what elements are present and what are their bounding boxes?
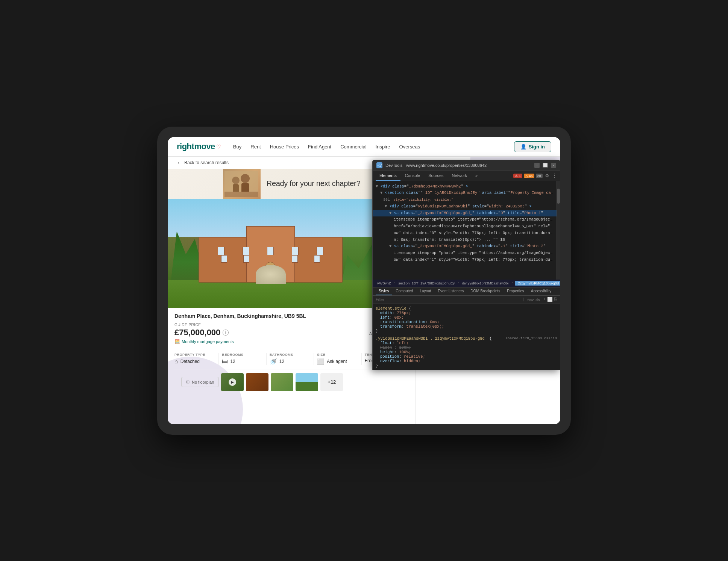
bottom-tab-layout[interactable]: Layout bbox=[417, 287, 434, 295]
devtools-bottom-tabs: Styles Computed Layout Event Listeners D… bbox=[373, 287, 560, 296]
house-icon: ⌂ bbox=[174, 358, 178, 365]
svg-text:</>: </> bbox=[378, 163, 382, 168]
filter-input[interactable] bbox=[376, 298, 520, 302]
bc-item-1[interactable]: VWBvhZ bbox=[376, 281, 392, 286]
warn-badge: △ 45 bbox=[524, 174, 534, 178]
feature-bathrooms: BATHROOMS 🚿 12 bbox=[267, 353, 314, 365]
svg-point-3 bbox=[241, 174, 250, 183]
nav-rent[interactable]: Rent bbox=[250, 144, 261, 150]
tab-elements[interactable]: Elements bbox=[376, 171, 400, 181]
thumbnail-1[interactable]: ▶ bbox=[221, 373, 244, 391]
devtools-icon: </> bbox=[376, 162, 382, 168]
devtools-scrollbar[interactable] bbox=[557, 181, 560, 280]
signin-button[interactable]: 👤 Sign in bbox=[514, 141, 551, 152]
bc-item-2[interactable]: section_1DT_1yAR9lDkcdizp8nuEy bbox=[397, 281, 456, 286]
add-style-icon[interactable]: + bbox=[543, 297, 546, 302]
tree-line[interactable]: ow" data-index="1" style="width: 776px; … bbox=[373, 257, 557, 263]
nav-find-agent[interactable]: Find Agent bbox=[308, 144, 331, 150]
tree-line-selected[interactable]: ▼ <a class="_2zqymvtIxFMCq18pu-g8d_" tab… bbox=[373, 210, 557, 217]
nav-overseas[interactable]: Overseas bbox=[399, 144, 420, 150]
back-arrow-icon: ← bbox=[177, 160, 182, 166]
tab-sources[interactable]: Sources bbox=[425, 171, 447, 181]
floorplan-button[interactable]: ⊞ No floorplan bbox=[181, 377, 219, 387]
bottom-tab-dom-breakpoints[interactable]: DOM Breakpoints bbox=[467, 287, 503, 295]
devtools-title: DevTools - www.rightmove.co.uk/propertie… bbox=[385, 163, 531, 168]
tree-line[interactable]: ▼ <section class="_1DT_1yAR9lDkcdipBnuJE… bbox=[373, 190, 557, 197]
tree-line[interactable]: ow" data-index="0" style="width: 776px; … bbox=[373, 230, 557, 237]
main-image[interactable] bbox=[168, 199, 373, 308]
tab-network[interactable]: Network bbox=[448, 171, 471, 181]
devtools-tree[interactable]: ▼ <div class="_7dxmhc634MexhyNVWBvhZ" > … bbox=[373, 181, 557, 280]
promo-tagline: Ready for your next chapter? bbox=[267, 179, 361, 188]
bath-icon: 🚿 bbox=[270, 358, 277, 365]
nav-buy[interactable]: Buy bbox=[233, 144, 241, 150]
nav-commercial[interactable]: Commercial bbox=[340, 144, 366, 150]
tree-line[interactable]: ▼ <div class="yyidGoi1pN3MEaahsw3bi" sty… bbox=[373, 203, 557, 210]
devtools-more-icon[interactable]: ⋮ bbox=[552, 172, 557, 179]
svg-point-1 bbox=[232, 177, 240, 184]
tab-more[interactable]: » bbox=[472, 171, 481, 181]
feature-type: PROPERTY TYPE ⌂ Detached bbox=[174, 353, 219, 365]
price-info-icon[interactable]: i bbox=[223, 330, 229, 336]
thumbnail-4[interactable] bbox=[296, 373, 318, 391]
nav-links: Buy Rent House Prices Find Agent Commerc… bbox=[233, 144, 514, 150]
devtools-restore[interactable]: ⬜ bbox=[543, 163, 548, 168]
bed-icon: 🛏 bbox=[222, 358, 228, 365]
logo: rightmove ♡ bbox=[177, 142, 221, 151]
devtools-body: ▼ <div class="_7dxmhc634MexhyNVWBvhZ" > … bbox=[373, 181, 560, 280]
tree-line[interactable]: ▼ <a class="_2zqymvtIxFMCq18pu-g8d_" tab… bbox=[373, 243, 557, 250]
logo-text: rightmove bbox=[177, 142, 215, 151]
tree-line[interactable]: n: 0ms; transform: translateX(0px);"> ..… bbox=[373, 237, 557, 243]
thumbnail-row: ⊞ No floorplan ▶ +12 bbox=[174, 369, 409, 395]
tree-line[interactable]: itemscope itemprop="photo" itemtype="htt… bbox=[373, 250, 557, 257]
devtools-bottom-panel: Styles Computed Layout Event Listeners D… bbox=[373, 287, 560, 370]
bottom-tab-accessibility[interactable]: Accessibility bbox=[528, 287, 554, 295]
inspect-icon[interactable]: ⬜ bbox=[547, 297, 553, 302]
tablet-frame: rightmove ♡ Buy Rent House Prices Find A… bbox=[157, 127, 571, 435]
navbar: rightmove ♡ Buy Rent House Prices Find A… bbox=[168, 137, 560, 157]
devtools-panel: </> DevTools - www.rightmove.co.uk/prope… bbox=[372, 160, 560, 370]
screen-content: rightmove ♡ Buy Rent House Prices Find A… bbox=[168, 137, 560, 424]
tablet-screen: rightmove ♡ Buy Rent House Prices Find A… bbox=[168, 137, 560, 424]
thumbnail-3[interactable] bbox=[271, 373, 293, 391]
tab-console[interactable]: Console bbox=[401, 171, 424, 181]
bc-item-4[interactable]: _2zqymvtIxFMCq18pu-g8d_ bbox=[515, 281, 560, 286]
logo-heart-icon: ♡ bbox=[216, 144, 221, 150]
floorplan-icon: ⊞ bbox=[186, 380, 190, 384]
bottom-tab-event-listeners[interactable]: Event Listeners bbox=[435, 287, 467, 295]
nav-inspire[interactable]: Inspire bbox=[376, 144, 390, 150]
filter-state-label: :hov .cls bbox=[527, 298, 540, 302]
tree-line[interactable]: href="#/media?id=media1a08&ref=photoColl… bbox=[373, 223, 557, 230]
mortgage-link[interactable]: 🧮 Monthly mortgage payments bbox=[174, 339, 234, 344]
devtools-tab-icons: ⚠ 1 △ 45 20 ⚙ ⋮ bbox=[513, 171, 557, 181]
info-badge: 20 bbox=[536, 174, 543, 178]
nav-house-prices[interactable]: House Prices bbox=[270, 144, 299, 150]
devtools-titlebar: </> DevTools - www.rightmove.co.uk/prope… bbox=[373, 160, 560, 171]
devtools-settings-icon[interactable]: ⚙ bbox=[546, 172, 549, 179]
bottom-tab-computed[interactable]: Computed bbox=[393, 287, 416, 295]
devtools-styles: element.style { width: 776px; left: 0px;… bbox=[373, 304, 560, 370]
more-images-button[interactable]: +12 bbox=[320, 373, 343, 391]
style-rule-element: element.style { width: 776px; left: 0px;… bbox=[376, 306, 557, 333]
svg-rect-5 bbox=[224, 192, 258, 197]
tree-line[interactable]: itemscope itemprop="photo" itemtype="htt… bbox=[373, 216, 557, 223]
devtools-minimize[interactable]: — bbox=[534, 163, 540, 168]
tree-line[interactable]: ▼ <div class="_7dxmhc634MexhyNVWBvhZ" > bbox=[373, 183, 557, 190]
feature-size: SIZE ⬜ Ask agent bbox=[314, 353, 361, 365]
back-link[interactable]: Back to search results bbox=[184, 160, 229, 165]
size-icon: ⬜ bbox=[317, 358, 325, 365]
devtools-breadcrumb-bar: VWBvhZ › section_1DT_1yAR9lDkcdizp8nuEy … bbox=[373, 280, 560, 287]
thumbnail-2[interactable] bbox=[246, 373, 268, 391]
tree-line[interactable]: sel style="visibility: visible;" bbox=[373, 197, 557, 203]
filter-bar: | :hov .cls + ⬜ ⎘ bbox=[373, 296, 560, 304]
bottom-tab-properties[interactable]: Properties bbox=[504, 287, 527, 295]
promo-image-inner bbox=[223, 169, 261, 199]
play-icon: ▶ bbox=[229, 378, 236, 386]
person-icon: 👤 bbox=[520, 144, 526, 150]
copy-style-icon[interactable]: ⎘ bbox=[554, 297, 557, 302]
bottom-tab-styles[interactable]: Styles bbox=[376, 287, 392, 295]
bc-item-3[interactable]: div:yyidGoi1pN3MEaahsw3bi bbox=[461, 281, 510, 286]
style-rule-class1: .yyidGoi1pN3MEaahsw3bi ._2zqymvtIxFMCq18… bbox=[376, 336, 557, 368]
devtools-close[interactable]: ✕ bbox=[551, 163, 556, 168]
devtools-tabs: Elements Console Sources Network » ⚠ 1 bbox=[373, 171, 560, 181]
